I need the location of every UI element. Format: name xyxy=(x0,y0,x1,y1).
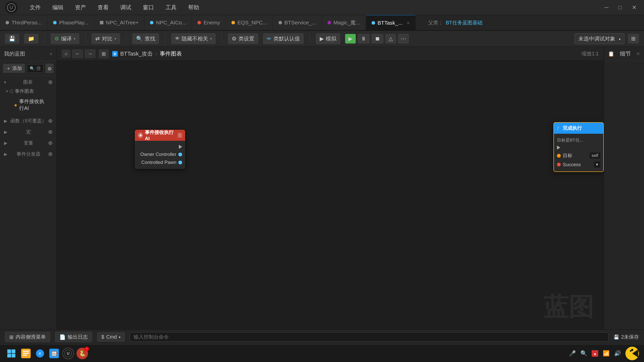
grid-view-button[interactable]: ⊞ xyxy=(99,50,109,58)
browse-icon: 📁 xyxy=(28,36,34,42)
play-button[interactable]: ▶ xyxy=(345,34,356,43)
tab-eqsnpc[interactable]: EQS_NPC... xyxy=(226,15,273,30)
diff-button[interactable]: ⇄ 对比 ▾ xyxy=(92,33,120,44)
close-button[interactable]: ✕ xyxy=(629,3,639,12)
tab-npcaitree[interactable]: NPC_AITree+ xyxy=(94,15,145,30)
owner-controller-pin[interactable] xyxy=(178,153,182,156)
sidebar-header: 我的蓝图 ✕ xyxy=(0,47,57,61)
save-button[interactable]: 💾 xyxy=(5,34,19,43)
macro-chevron[interactable]: ▶ xyxy=(4,129,7,135)
event-item-icon: ◈ xyxy=(14,103,17,107)
graph-chevron[interactable]: ▾ xyxy=(4,80,6,85)
taskbar-right: 🎤 🔍 ♠ 📶 🔊 xyxy=(569,347,639,360)
finish-exec-in-pin[interactable] xyxy=(557,146,560,150)
debug-extra-button[interactable]: ⊞ xyxy=(628,34,639,43)
search-input[interactable] xyxy=(36,66,41,71)
cmd-button[interactable]: $ Cmd ▾ xyxy=(97,332,125,342)
graph-add-button[interactable]: ⊕ xyxy=(48,79,53,85)
back-button[interactable]: ← xyxy=(72,50,83,58)
content-browser-button[interactable]: ⊞ 内容侧滑菜单 xyxy=(5,332,50,342)
save-icon-small: 💾 xyxy=(614,334,619,340)
tab-enemy[interactable]: Enemy xyxy=(192,15,226,30)
parent-class-value[interactable]: BT任务蓝图基础 xyxy=(446,19,482,26)
finish-target-value[interactable]: self xyxy=(590,153,600,159)
svg-text:e: e xyxy=(39,351,41,355)
menu-window[interactable]: 窗口 xyxy=(141,3,156,12)
hide-button[interactable]: 👁 隐藏不相关 ▾ xyxy=(171,33,216,44)
taskbar-explorer[interactable] xyxy=(20,348,32,359)
home-button[interactable]: ⌂ xyxy=(62,50,70,58)
compile-button[interactable]: ⚙ 编译 ▾ xyxy=(51,33,79,44)
taskbar-store[interactable]: 🪟 xyxy=(48,348,60,359)
maximize-button[interactable]: □ xyxy=(616,3,624,12)
bottom-bar: ⊞ 内容侧滑菜单 📄 输出日志 $ Cmd ▾ 💾 2未保存 xyxy=(0,329,644,344)
menu-view[interactable]: 查看 xyxy=(96,3,111,12)
taskbar-start[interactable] xyxy=(5,347,18,360)
class-settings-label: 类设置 xyxy=(238,35,254,42)
minimize-button[interactable]: ─ xyxy=(602,3,611,12)
blueprint-canvas[interactable]: ⌂ ← → ⊞ B BTTask_攻击 › 事件图表 缩放1:1 ◈ 事件接收执… xyxy=(57,47,604,329)
tab-icon-magic xyxy=(328,21,331,24)
taskbar-snake[interactable]: 🐍 ! xyxy=(76,348,88,359)
finish-success-pin[interactable] xyxy=(557,163,561,166)
breadcrumb-root[interactable]: BTTask_攻击 xyxy=(120,50,153,58)
taskbar-browser[interactable]: e xyxy=(34,348,46,359)
finish-target-label: 目标 xyxy=(563,152,572,159)
add-button[interactable]: ＋ 添加 xyxy=(3,64,25,73)
debug-select[interactable]: 未选中调试对象 ▾ xyxy=(575,33,624,44)
sidebar-close[interactable]: ✕ xyxy=(49,52,53,56)
search-bar[interactable]: 🔍 xyxy=(27,64,44,73)
svg-point-22 xyxy=(631,349,633,351)
variable-add-button[interactable]: ⊕ xyxy=(48,140,53,146)
stop-button[interactable]: ⏹ xyxy=(372,34,383,43)
simulate-button[interactable]: ▶ 模拟 xyxy=(316,33,340,44)
tab-btservice[interactable]: BTService_... xyxy=(273,15,322,30)
output-log-button[interactable]: 📄 输出日志 xyxy=(55,332,92,342)
menu-edit[interactable]: 编辑 xyxy=(50,3,65,12)
controlled-pawn-pin[interactable] xyxy=(178,161,182,164)
event-graph-chevron[interactable]: ▾ xyxy=(6,89,8,94)
taskbar-unreal[interactable]: U xyxy=(62,348,74,359)
forward-button[interactable]: → xyxy=(85,50,95,58)
blueprint-icon: B xyxy=(112,51,118,57)
finish-success-dropdown[interactable]: ▾ xyxy=(594,161,600,168)
function-add-button[interactable]: ⊕ xyxy=(48,118,53,124)
pause-button[interactable]: ⏸ xyxy=(358,34,370,43)
event-add-button[interactable]: ⊕ xyxy=(48,151,53,157)
event-node-close[interactable]: □ xyxy=(178,133,182,138)
browse-button[interactable]: 📁 xyxy=(24,34,38,43)
more-button[interactable]: ⋯ xyxy=(398,34,409,43)
menu-file[interactable]: 文件 xyxy=(28,3,43,12)
menu-tools[interactable]: 工具 xyxy=(164,3,179,12)
menu-help[interactable]: 帮助 xyxy=(186,3,201,12)
menu-asset[interactable]: 资产 xyxy=(73,3,88,12)
function-chevron[interactable]: ▶ xyxy=(4,118,7,124)
event-chevron[interactable]: ▶ xyxy=(4,152,7,157)
tab-thirdperson[interactable]: ThirdPerso... xyxy=(0,15,48,30)
stop-icon: ⏹ xyxy=(375,36,380,42)
tab-magic[interactable]: Magic_魔... xyxy=(322,15,366,30)
variable-chevron[interactable]: ▶ xyxy=(4,141,7,146)
sidebar-event-section: ▶ 事件分发器 ⊕ xyxy=(0,148,57,159)
macro-add-button[interactable]: ⊕ xyxy=(48,129,53,135)
settings-button[interactable]: ⚙ xyxy=(46,64,54,73)
sidebar-event-item[interactable]: ◈ 事件接收执行AI xyxy=(6,96,53,114)
svg-rect-10 xyxy=(23,353,29,354)
menu-debug[interactable]: 调试 xyxy=(118,3,133,12)
pacman-avatar[interactable] xyxy=(625,347,639,360)
class-settings-button[interactable]: ⚙ 类设置 xyxy=(228,33,258,44)
tab-phaseplay[interactable]: PhasePlay... xyxy=(48,15,94,30)
exec-out-pin[interactable] xyxy=(179,145,182,149)
skip-button[interactable]: △ xyxy=(385,34,396,43)
find-button[interactable]: 🔍 查找 xyxy=(132,33,159,44)
finish-target-pin[interactable] xyxy=(557,154,561,158)
tab-close-bttask[interactable]: ✕ xyxy=(407,21,410,25)
toolbar-separator-2 xyxy=(85,34,86,43)
output-log-icon: 📄 xyxy=(59,334,66,340)
class-default-button[interactable]: ✏ 类默认认值 xyxy=(263,33,304,44)
cmd-input[interactable] xyxy=(130,332,609,342)
tab-bttask[interactable]: BTTask_... ✕ xyxy=(366,15,416,30)
tab-npcaico[interactable]: NPC_AICo... xyxy=(144,15,192,30)
details-icon: 📋 xyxy=(608,51,614,57)
details-close[interactable]: ✕ xyxy=(636,51,640,57)
